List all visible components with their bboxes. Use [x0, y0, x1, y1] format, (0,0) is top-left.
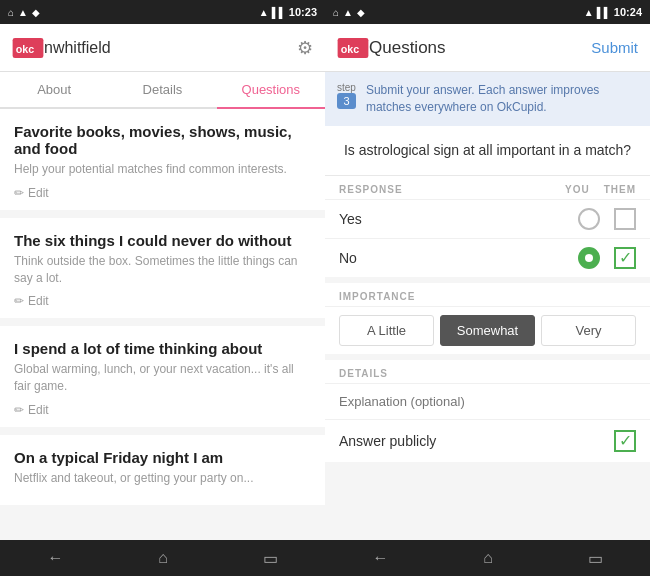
- response-yes-controls: [578, 208, 636, 230]
- left-screen: ⌂ ▲ ◆ ▲ ▌▌ 10:23 okc nwhitfield ⚙ About …: [0, 0, 325, 576]
- details-header: DETAILS: [325, 360, 650, 384]
- left-status-bar: ⌂ ▲ ◆ ▲ ▌▌ 10:23: [0, 0, 325, 24]
- step-banner: step 3 Submit your answer. Each answer i…: [325, 72, 650, 126]
- signal-bars-left: ▌▌: [272, 7, 286, 18]
- location-icon: ◆: [32, 7, 40, 18]
- right-nav-bar: ← ⌂ ▭: [325, 540, 650, 576]
- back-button-left[interactable]: ←: [27, 545, 83, 571]
- response-row-yes[interactable]: Yes: [325, 199, 650, 238]
- left-app-header: okc nwhitfield ⚙: [0, 24, 325, 72]
- edit-books-link[interactable]: ✏ Edit: [14, 186, 311, 200]
- svg-text:okc: okc: [16, 42, 35, 54]
- importance-buttons: A Little Somewhat Very: [325, 307, 650, 354]
- response-yes-text: Yes: [339, 211, 578, 227]
- section-books: Favorite books, movies, shows, music, an…: [0, 109, 325, 210]
- okc-logo-right: okc: [337, 38, 369, 58]
- answer-public-label: Answer publicly: [339, 433, 614, 449]
- tab-questions[interactable]: Questions: [217, 72, 325, 109]
- importance-section: IMPORTANCE A Little Somewhat Very: [325, 283, 650, 354]
- left-status-right: ▲ ▌▌ 10:23: [259, 6, 317, 18]
- username-label: nwhitfield: [44, 39, 297, 57]
- right-status-right: ▲ ▌▌ 10:24: [584, 6, 642, 18]
- signal-bars-right: ▌▌: [597, 7, 611, 18]
- edit-six-label: Edit: [28, 294, 49, 308]
- edit-books-label: Edit: [28, 186, 49, 200]
- wifi-icon-left: ▲: [259, 7, 269, 18]
- submit-button[interactable]: Submit: [591, 39, 638, 56]
- section-six-desc: Think outside the box. Sometimes the lit…: [14, 253, 311, 287]
- answer-public-row: Answer publicly ✓: [325, 420, 650, 462]
- answer-public-checkbox[interactable]: ✓: [614, 430, 636, 452]
- response-row-no[interactable]: No ✓: [325, 238, 650, 277]
- section-friday-desc: Netflix and takeout, or getting your par…: [14, 470, 311, 487]
- response-section: RESPONSE YOU THEM Yes No ✓: [325, 176, 650, 277]
- section-thinking-desc: Global warming, lunch, or your next vaca…: [14, 361, 311, 395]
- questions-title: Questions: [369, 38, 591, 58]
- importance-a-little[interactable]: A Little: [339, 315, 434, 346]
- response-no-controls: ✓: [578, 247, 636, 269]
- left-content: Favorite books, movies, shows, music, an…: [0, 109, 325, 540]
- section-thinking-title: I spend a lot of time thinking about: [14, 340, 311, 357]
- recents-button-right[interactable]: ▭: [568, 545, 623, 572]
- checkbox-yes-them[interactable]: [614, 208, 636, 230]
- svg-text:okc: okc: [341, 42, 360, 54]
- home-button-right[interactable]: ⌂: [463, 545, 513, 571]
- step-description: Submit your answer. Each answer improves…: [366, 82, 638, 116]
- pencil-icon-0: ✏: [14, 186, 24, 200]
- left-nav-bar: ← ⌂ ▭: [0, 540, 325, 576]
- tab-details[interactable]: Details: [108, 72, 216, 109]
- col-headers: YOU THEM: [565, 184, 636, 195]
- importance-somewhat[interactable]: Somewhat: [440, 315, 535, 346]
- pencil-icon-1: ✏: [14, 294, 24, 308]
- right-status-bar: ⌂ ▲ ◆ ▲ ▌▌ 10:24: [325, 0, 650, 24]
- step-number: 3: [337, 93, 355, 109]
- edit-thinking-link[interactable]: ✏ Edit: [14, 403, 311, 417]
- details-section: DETAILS Answer publicly ✓: [325, 360, 650, 462]
- right-app-header: okc Questions Submit: [325, 24, 650, 72]
- response-header: RESPONSE YOU THEM: [325, 176, 650, 199]
- wifi-icon-right: ▲: [584, 7, 594, 18]
- signal-icon: ▲: [18, 7, 28, 18]
- section-friday-title: On a typical Friday night I am: [14, 449, 311, 466]
- col-you-label: YOU: [565, 184, 590, 195]
- home-status-icon: ⌂: [8, 7, 14, 18]
- section-books-desc: Help your potential matches find common …: [14, 161, 311, 178]
- section-six-title: The six things I could never do without: [14, 232, 311, 249]
- back-button-right[interactable]: ←: [352, 545, 408, 571]
- step-word: step: [337, 82, 356, 93]
- left-status-icons: ⌂ ▲ ◆: [8, 7, 40, 18]
- checkbox-no-them[interactable]: ✓: [614, 247, 636, 269]
- home-button-left[interactable]: ⌂: [138, 545, 188, 571]
- explanation-input[interactable]: [325, 384, 650, 420]
- edit-six-link[interactable]: ✏ Edit: [14, 294, 311, 308]
- signal-icon-r: ▲: [343, 7, 353, 18]
- section-friday: On a typical Friday night I am Netflix a…: [0, 435, 325, 505]
- response-label: RESPONSE: [339, 184, 403, 195]
- col-them-label: THEM: [604, 184, 636, 195]
- home-status-icon-r: ⌂: [333, 7, 339, 18]
- importance-very[interactable]: Very: [541, 315, 636, 346]
- okc-logo-left: okc: [12, 38, 44, 58]
- recents-button-left[interactable]: ▭: [243, 545, 298, 572]
- section-six-things: The six things I could never do without …: [0, 218, 325, 319]
- settings-gear-icon[interactable]: ⚙: [297, 37, 313, 59]
- right-time: 10:24: [614, 6, 642, 18]
- question-text: Is astrological sign at all important in…: [325, 126, 650, 176]
- radio-no-you[interactable]: [578, 247, 600, 269]
- tab-about[interactable]: About: [0, 72, 108, 109]
- pencil-icon-2: ✏: [14, 403, 24, 417]
- right-screen: ⌂ ▲ ◆ ▲ ▌▌ 10:24 okc Questions Submit st…: [325, 0, 650, 576]
- section-books-title: Favorite books, movies, shows, music, an…: [14, 123, 311, 157]
- right-content: RESPONSE YOU THEM Yes No ✓: [325, 176, 650, 540]
- left-time: 10:23: [289, 6, 317, 18]
- importance-header: IMPORTANCE: [325, 283, 650, 307]
- section-thinking: I spend a lot of time thinking about Glo…: [0, 326, 325, 427]
- left-tabs: About Details Questions: [0, 72, 325, 109]
- step-indicator: step 3: [337, 82, 356, 109]
- location-icon-r: ◆: [357, 7, 365, 18]
- edit-thinking-label: Edit: [28, 403, 49, 417]
- response-no-text: No: [339, 250, 578, 266]
- right-status-icons: ⌂ ▲ ◆: [333, 7, 365, 18]
- radio-yes-you[interactable]: [578, 208, 600, 230]
